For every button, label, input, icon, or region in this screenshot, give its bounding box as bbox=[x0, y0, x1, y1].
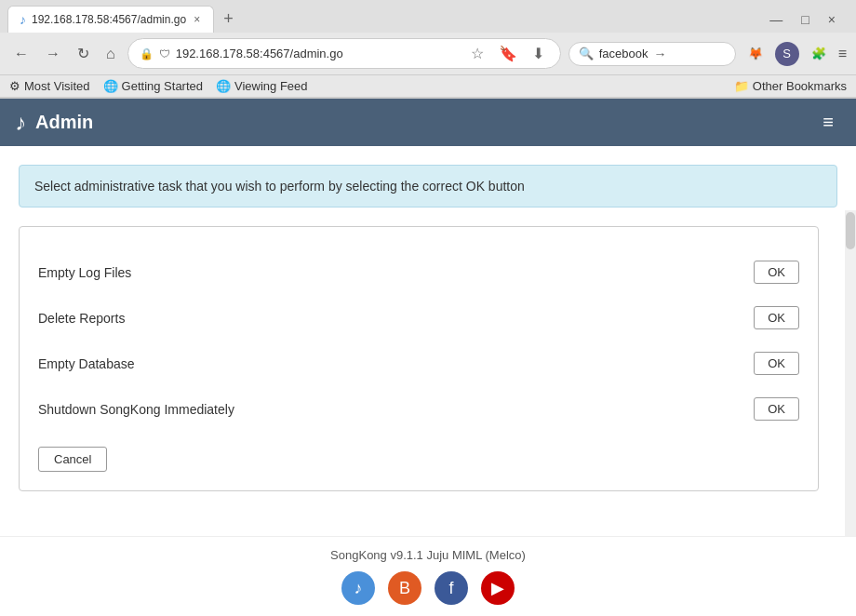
empty-database-label: Empty Database bbox=[38, 356, 754, 371]
songkong-footer-icon[interactable]: ♪ bbox=[341, 571, 375, 605]
bookmark-getting-started[interactable]: 🌐 Getting Started bbox=[103, 79, 203, 93]
footer-version: SongKong v9.1.1 Juju MIML (Melco) bbox=[11, 548, 845, 562]
admin-panel: Empty Log Files OK Delete Reports OK Emp… bbox=[19, 226, 819, 491]
search-text[interactable]: facebook bbox=[599, 47, 649, 60]
cancel-row: Cancel bbox=[38, 447, 799, 472]
delete-reports-label: Delete Reports bbox=[38, 311, 754, 326]
extensions-icon[interactable]: 🧩 bbox=[807, 42, 831, 66]
bookmark-most-visited[interactable]: ⚙ Most Visited bbox=[9, 79, 90, 93]
search-bar[interactable]: 🔍 facebook → bbox=[568, 42, 736, 66]
shutdown-songkong-label: Shutdown SongKong Immediately bbox=[38, 402, 754, 417]
other-bookmarks-label: Other Bookmarks bbox=[753, 79, 847, 93]
lock-icon: 🔒 bbox=[140, 47, 154, 60]
window-controls: — □ × bbox=[764, 10, 849, 29]
forward-button[interactable]: → bbox=[41, 44, 65, 64]
empty-log-files-label: Empty Log Files bbox=[38, 265, 754, 280]
other-bookmarks-icon: 📁 bbox=[734, 79, 749, 93]
empty-database-row: Empty Database OK bbox=[38, 341, 799, 386]
bookmark-button[interactable]: 🔖 bbox=[494, 43, 522, 64]
address-input[interactable]: 🔒 🛡 192.168.178.58:4567/admin.go ☆ 🔖 ⬇ bbox=[127, 38, 561, 69]
back-button[interactable]: ← bbox=[9, 44, 33, 64]
viewing-feed-label: Viewing Feed bbox=[234, 79, 308, 93]
youtube-footer-icon[interactable]: ▶ bbox=[481, 571, 515, 605]
blogger-footer-icon[interactable]: B bbox=[388, 571, 421, 605]
browser-menu-button[interactable]: ≡ bbox=[838, 46, 847, 62]
app-logo-icon: ♪ bbox=[15, 110, 26, 136]
app-header: ♪ Admin ≡ bbox=[0, 99, 856, 146]
app-content: ♪ Admin ≡ Select administrative task tha… bbox=[0, 99, 856, 603]
empty-log-files-ok-button[interactable]: OK bbox=[754, 261, 799, 284]
app-title: ♪ Admin bbox=[15, 110, 93, 136]
info-banner-text: Select administrative task that you wish… bbox=[34, 179, 525, 194]
app-title-text: Admin bbox=[35, 112, 93, 133]
active-tab[interactable]: ♪ 192.168.178.58:4567/admin.go × bbox=[7, 6, 214, 33]
viewing-feed-icon: 🌐 bbox=[216, 79, 231, 93]
shutdown-songkong-ok-button[interactable]: OK bbox=[754, 397, 799, 421]
bookmarks-bar: ⚙ Most Visited 🌐 Getting Started 🌐 Viewi… bbox=[0, 75, 856, 98]
getting-started-icon: 🌐 bbox=[103, 79, 118, 93]
cancel-button[interactable]: Cancel bbox=[38, 447, 107, 472]
star-button[interactable]: ☆ bbox=[466, 43, 488, 64]
minimize-button[interactable]: — bbox=[764, 10, 788, 29]
tab-favicon: ♪ bbox=[20, 12, 26, 27]
most-visited-label: Most Visited bbox=[24, 79, 90, 93]
facebook-footer-icon[interactable]: f bbox=[435, 571, 468, 605]
other-bookmarks[interactable]: 📁 Other Bookmarks bbox=[734, 79, 847, 93]
url-text[interactable]: 192.168.178.58:4567/admin.go bbox=[176, 47, 461, 60]
hamburger-menu-button[interactable]: ≡ bbox=[815, 108, 841, 137]
tab-title: 192.168.178.58:4567/admin.go bbox=[32, 13, 186, 26]
maximize-button[interactable]: □ bbox=[796, 10, 814, 29]
empty-database-ok-button[interactable]: OK bbox=[754, 352, 799, 375]
bookmark-viewing-feed[interactable]: 🌐 Viewing Feed bbox=[216, 79, 308, 93]
home-button[interactable]: ⌂ bbox=[101, 44, 120, 64]
empty-log-files-row: Empty Log Files OK bbox=[38, 249, 799, 295]
most-visited-icon: ⚙ bbox=[9, 79, 20, 93]
address-bar: ← → ↻ ⌂ 🔒 🛡 192.168.178.58:4567/admin.go… bbox=[0, 33, 856, 75]
browser-chrome: ♪ 192.168.178.58:4567/admin.go × + — □ ×… bbox=[0, 0, 856, 99]
tab-bar: ♪ 192.168.178.58:4567/admin.go × + — □ × bbox=[0, 0, 856, 33]
info-banner: Select administrative task that you wish… bbox=[19, 165, 837, 208]
shield-icon: 🛡 bbox=[159, 47, 170, 60]
close-window-button[interactable]: × bbox=[823, 10, 841, 29]
search-icon: 🔍 bbox=[579, 47, 594, 60]
avatar-icon[interactable]: S bbox=[775, 42, 799, 66]
refresh-button[interactable]: ↻ bbox=[73, 43, 94, 64]
main-content: Select administrative task that you wish… bbox=[0, 146, 856, 510]
getting-started-label: Getting Started bbox=[122, 79, 203, 93]
scroll-thumb[interactable] bbox=[846, 212, 855, 249]
delete-reports-row: Delete Reports OK bbox=[38, 295, 799, 341]
download-button[interactable]: ⬇ bbox=[528, 43, 549, 64]
footer-icons: ♪ B f ▶ bbox=[11, 571, 845, 605]
page-footer: SongKong v9.1.1 Juju MIML (Melco) ♪ B f … bbox=[0, 536, 856, 616]
shutdown-songkong-row: Shutdown SongKong Immediately OK bbox=[38, 386, 799, 432]
search-arrow[interactable]: → bbox=[653, 47, 666, 61]
tab-close-button[interactable]: × bbox=[192, 13, 202, 26]
delete-reports-ok-button[interactable]: OK bbox=[754, 306, 799, 329]
fox-icon[interactable]: 🦊 bbox=[743, 42, 768, 66]
new-tab-button[interactable]: + bbox=[216, 6, 241, 33]
